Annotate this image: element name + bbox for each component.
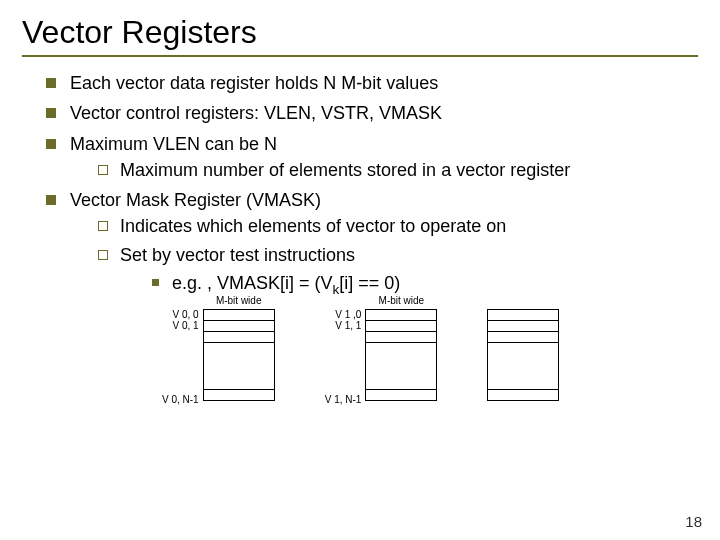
register-v1-column: M-bit wide (365, 309, 437, 400)
reg-gap (365, 342, 437, 390)
bullet-1: Each vector data register holds N M-bit … (46, 71, 698, 95)
register-v0-labels: V 0, 0 V 0, 1 V 0, N-1 (162, 309, 203, 405)
label-v0-n: V 0, N-1 (162, 394, 199, 405)
label-v1-0: V 1 ,0 (325, 309, 362, 320)
bullet-2: Vector control registers: VLEN, VSTR, VM… (46, 101, 698, 125)
page-number: 18 (685, 513, 702, 530)
width-label-v0: M-bit wide (203, 295, 275, 306)
width-label-v1: M-bit wide (365, 295, 437, 306)
bullet-4b: Set by vector test instructions e.g. , V… (98, 243, 698, 299)
label-v1-n: V 1, N-1 (325, 394, 362, 405)
register-extra-column (487, 309, 559, 400)
register-diagrams: V 0, 0 V 0, 1 V 0, N-1 M-bit wide V 1 ,0 (22, 309, 698, 405)
reg-gap (203, 342, 275, 390)
reg-cell (365, 389, 437, 401)
label-v1-1: V 1, 1 (325, 320, 362, 331)
register-v0-column: M-bit wide (203, 309, 275, 400)
bullet-4: Vector Mask Register (VMASK) Indicates w… (46, 188, 698, 299)
label-v0-0: V 0, 0 (162, 309, 199, 320)
bullet-4-text: Vector Mask Register (VMASK) (70, 190, 321, 210)
bullet-list: Each vector data register holds N M-bit … (22, 71, 698, 299)
bullet-4b-text: Set by vector test instructions (120, 245, 355, 265)
reg-gap (487, 342, 559, 390)
bullet-4b1-pre: e.g. , VMASK[i] = (V (172, 273, 333, 293)
reg-cell (203, 389, 275, 401)
title-rule (22, 55, 698, 57)
bullet-3: Maximum VLEN can be N Maximum number of … (46, 132, 698, 183)
register-extra-group (487, 309, 559, 400)
label-v0-1: V 0, 1 (162, 320, 199, 331)
bullet-3a: Maximum number of elements stored in a v… (98, 158, 698, 182)
bullet-4-sub: Indicates which elements of vector to op… (70, 214, 698, 298)
bullet-3-sub: Maximum number of elements stored in a v… (70, 158, 698, 182)
bullet-4a: Indicates which elements of vector to op… (98, 214, 698, 238)
register-v0-group: V 0, 0 V 0, 1 V 0, N-1 M-bit wide (162, 309, 275, 405)
register-v1-labels: V 1 ,0 V 1, 1 V 1, N-1 (325, 309, 366, 405)
slide-title: Vector Registers (22, 14, 698, 51)
reg-cell (487, 389, 559, 401)
bullet-3-text: Maximum VLEN can be N (70, 134, 277, 154)
slide: Vector Registers Each vector data regist… (0, 0, 720, 540)
register-v1-group: V 1 ,0 V 1, 1 V 1, N-1 M-bit wide (325, 309, 438, 405)
bullet-4b1-post: [i] == 0) (339, 273, 400, 293)
